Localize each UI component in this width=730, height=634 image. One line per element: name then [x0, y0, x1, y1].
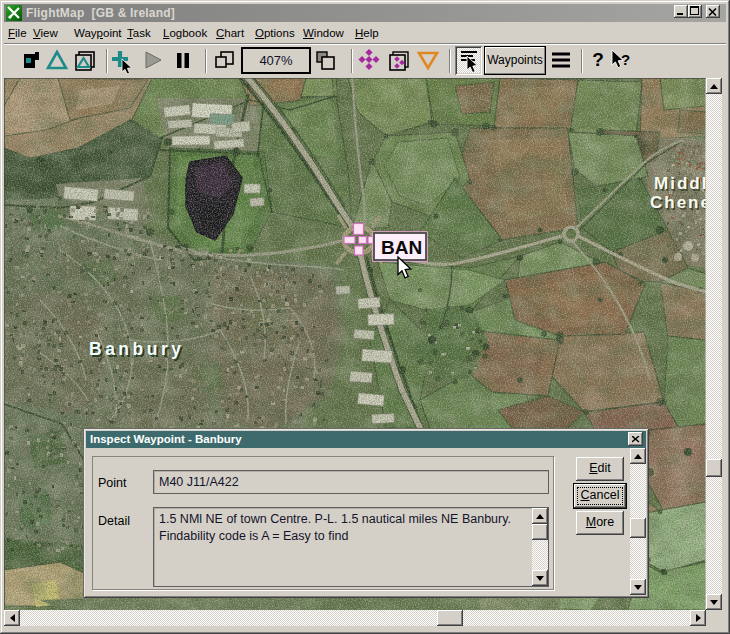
svg-text:?: ?: [621, 51, 630, 68]
svg-text:Middle: Middle: [654, 174, 706, 193]
svg-text:Cheney: Cheney: [650, 193, 706, 212]
svg-text:BAN: BAN: [381, 237, 422, 258]
svg-text:Banbury: Banbury: [89, 339, 184, 359]
